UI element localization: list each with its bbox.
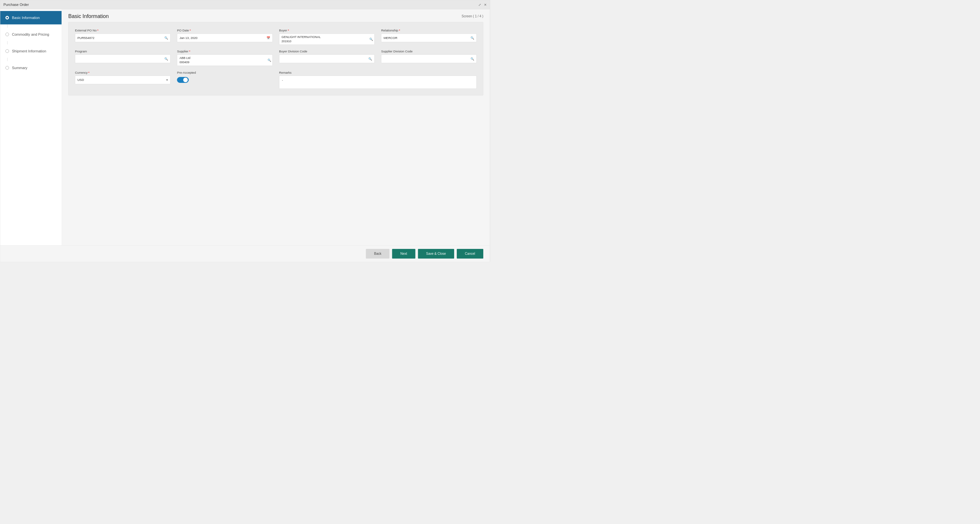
buyer-division-code-label: Buyer Division Code [279, 50, 375, 53]
supplier-label: Supplier* [177, 50, 273, 53]
remarks-group: Remarks - [279, 71, 476, 89]
sidebar-divider-3 [7, 58, 8, 61]
sidebar-item-shipment-information[interactable]: Shipment Information [0, 45, 62, 58]
po-date-input[interactable] [177, 36, 264, 40]
pre-accepted-toggle[interactable] [177, 77, 189, 83]
supplier-division-code-group: Supplier Division Code 🔍 [381, 50, 477, 66]
main-layout: Basic Information Commodity and Pricing … [0, 10, 490, 245]
remarks-label: Remarks [279, 71, 476, 74]
external-po-no-input[interactable] [75, 36, 162, 40]
supplier-group: Supplier* ABB Ltd 000409 🔍 [177, 50, 273, 66]
po-date-calendar-icon[interactable]: 📅 [264, 36, 272, 40]
program-label: Program [75, 50, 170, 53]
sidebar-divider-1 [7, 25, 8, 28]
relationship-input[interactable] [381, 36, 468, 40]
step-dot-3 [6, 49, 9, 53]
supplier-line1: ABB Ltd [180, 56, 190, 60]
sidebar-label-commodity-and-pricing: Commodity and Pricing [12, 32, 49, 37]
relationship-group: Relationship* 🔍 [381, 29, 477, 45]
external-po-no-label: External PO No* [75, 29, 170, 32]
required-star: * [97, 29, 99, 32]
buyer-label: Buyer* [279, 29, 375, 32]
supplier-division-code-label: Supplier Division Code [381, 50, 477, 53]
buyer-division-code-search-icon[interactable]: 🔍 [366, 57, 374, 61]
sidebar-item-commodity-and-pricing[interactable]: Commodity and Pricing [0, 28, 62, 41]
buyer-line2: 201910 [282, 39, 321, 43]
buyer-line1: GENLIGHT INTERNATIONAL [282, 35, 321, 39]
currency-group: Currency* USD EUR GBP JPY ▼ [75, 71, 170, 89]
relationship-search-icon[interactable]: 🔍 [468, 36, 476, 40]
supplier-text: ABB Ltd 000409 [180, 56, 190, 64]
purchase-order-window: Purchase Order ⤢ ✕ Basic Information Com… [0, 0, 490, 262]
cancel-button[interactable]: Cancel [457, 249, 483, 259]
close-icon[interactable]: ✕ [484, 3, 487, 6]
form-grid: External PO No* 🔍 PO Date* [75, 29, 477, 89]
back-button[interactable]: Back [366, 249, 389, 259]
pre-accepted-group: Pre-Accepted [177, 71, 273, 89]
po-date-group: PO Date* 📅 [177, 29, 273, 45]
content-header: Basic Information Screen ( 1 / 4 ) [62, 10, 490, 22]
sidebar-label-basic-information: Basic Information [12, 16, 40, 20]
relationship-label: Relationship* [381, 29, 477, 32]
supplier-search-icon[interactable]: 🔍 [267, 58, 271, 62]
screen-indicator: Screen ( 1 / 4 ) [462, 14, 483, 18]
po-date-label: PO Date* [177, 29, 273, 32]
sidebar-divider-2 [7, 41, 8, 45]
sidebar: Basic Information Commodity and Pricing … [0, 10, 62, 245]
pre-accepted-label: Pre-Accepted [177, 71, 273, 74]
next-button[interactable]: Next [392, 249, 415, 259]
supplier-division-code-input-wrapper: 🔍 [381, 55, 477, 63]
title-bar: Purchase Order ⤢ ✕ [0, 0, 490, 10]
toggle-slider [177, 77, 189, 83]
content-area: Basic Information Screen ( 1 / 4 ) Exter… [62, 10, 490, 245]
currency-label: Currency* [75, 71, 170, 74]
program-search-icon[interactable]: 🔍 [162, 57, 170, 61]
sidebar-label-summary: Summary [12, 66, 27, 70]
program-input-wrapper: 🔍 [75, 55, 170, 63]
sidebar-item-basic-information[interactable]: Basic Information [0, 11, 62, 25]
required-star-buyer: * [288, 29, 289, 32]
po-date-input-wrapper: 📅 [177, 34, 273, 42]
required-star-date: * [189, 29, 191, 32]
window-title: Purchase Order [3, 3, 29, 7]
expand-icon[interactable]: ⤢ [478, 3, 481, 6]
required-star-relationship: * [399, 29, 400, 32]
form-container: External PO No* 🔍 PO Date* [68, 22, 484, 95]
page-title: Basic Information [68, 13, 109, 20]
step-dot-2 [6, 33, 9, 37]
supplier-line2: 000409 [180, 60, 190, 65]
relationship-input-wrapper: 🔍 [381, 34, 477, 42]
buyer-division-code-input[interactable] [279, 57, 366, 61]
required-star-currency: * [88, 71, 90, 74]
external-po-no-input-wrapper: 🔍 [75, 34, 170, 42]
supplier-division-code-search-icon[interactable]: 🔍 [468, 57, 476, 61]
buyer-division-code-group: Buyer Division Code 🔍 [279, 50, 375, 66]
program-group: Program 🔍 [75, 50, 170, 66]
sidebar-item-summary[interactable]: Summary [0, 61, 62, 75]
currency-select-wrapper: USD EUR GBP JPY ▼ [75, 76, 170, 84]
external-po-no-group: External PO No* 🔍 [75, 29, 170, 45]
title-bar-controls: ⤢ ✕ [478, 3, 487, 6]
external-po-no-search-icon[interactable]: 🔍 [162, 36, 170, 40]
currency-select[interactable]: USD EUR GBP JPY [75, 78, 170, 82]
buyer-group: Buyer* GENLIGHT INTERNATIONAL 201910 🔍 [279, 29, 375, 45]
footer: Back Next Save & Close Cancel [0, 245, 490, 262]
buyer-search-icon[interactable]: 🔍 [369, 37, 373, 41]
supplier-division-code-input[interactable] [381, 57, 468, 61]
save-close-button[interactable]: Save & Close [418, 249, 454, 259]
buyer-input-wrapper: GENLIGHT INTERNATIONAL 201910 🔍 [279, 34, 375, 45]
buyer-division-code-input-wrapper: 🔍 [279, 55, 375, 63]
program-input[interactable] [75, 57, 162, 61]
required-star-supplier: * [189, 50, 190, 53]
step-dot-1 [6, 16, 9, 20]
buyer-text: GENLIGHT INTERNATIONAL 201910 [282, 35, 321, 43]
sidebar-label-shipment-information: Shipment Information [12, 49, 46, 53]
remarks-input[interactable]: - [279, 76, 476, 89]
pre-accepted-toggle-container [177, 76, 273, 84]
supplier-input-wrapper: ABB Ltd 000409 🔍 [177, 55, 273, 66]
step-dot-4 [6, 66, 9, 70]
